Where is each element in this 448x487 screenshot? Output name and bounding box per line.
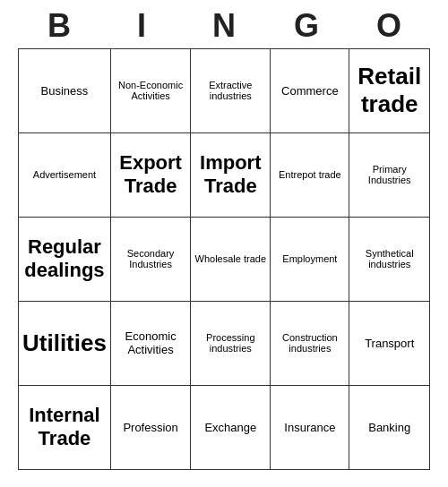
bingo-cell: Employment — [271, 217, 349, 301]
bingo-cell: Exchange — [191, 385, 271, 469]
bingo-cell: Export Trade — [110, 132, 190, 217]
bingo-cell: Banking — [349, 385, 430, 469]
bingo-cell: Primary Industries — [349, 132, 430, 217]
cell-text: Economic Activities — [125, 329, 177, 356]
bingo-cell: Business — [19, 48, 111, 132]
table-row: Internal TradeProfessionExchangeInsuranc… — [19, 385, 430, 469]
bingo-cell: Internal Trade — [19, 385, 111, 469]
bingo-cell: Synthetical industries — [349, 217, 430, 301]
cell-text: Construction industries — [282, 332, 338, 354]
cell-text: Entrepot trade — [279, 169, 341, 180]
cell-text: Secondary Industries — [127, 248, 175, 269]
bingo-cell: Wholesale trade — [191, 217, 271, 301]
bingo-cell: Utilities — [19, 301, 111, 385]
cell-text: Regular dealings — [24, 235, 104, 281]
header-letter: G — [265, 7, 348, 45]
cell-text: Import Trade — [200, 151, 261, 197]
header-letter: I — [100, 7, 183, 45]
bingo-cell: Non-Economic Activities — [110, 48, 190, 132]
bingo-cell: Secondary Industries — [110, 217, 190, 301]
cell-text: Primary Industries — [368, 164, 411, 185]
bingo-cell: Commerce — [271, 48, 349, 132]
header-letter: N — [183, 7, 265, 45]
bingo-cell: Advertisement — [19, 132, 111, 217]
table-row: Regular dealingsSecondary IndustriesWhol… — [19, 217, 430, 301]
bingo-cell: Construction industries — [271, 301, 349, 385]
cell-text: Non-Economic Activities — [118, 80, 183, 101]
bingo-cell: Profession — [110, 385, 190, 469]
cell-text: Employment — [282, 253, 337, 264]
bingo-cell: Transport — [349, 301, 430, 385]
cell-text: Banking — [368, 421, 410, 434]
bingo-cell: Insurance — [271, 385, 349, 469]
bingo-cell: Regular dealings — [19, 217, 111, 301]
cell-text: Transport — [365, 337, 414, 350]
bingo-grid: BusinessNon-Economic ActivitiesExtractiv… — [18, 48, 430, 470]
cell-text: Processing industries — [206, 332, 254, 354]
cell-text: Utilities — [22, 329, 107, 356]
bingo-cell: Import Trade — [191, 132, 271, 217]
table-row: UtilitiesEconomic ActivitiesProcessing i… — [19, 301, 430, 385]
bingo-cell: Processing industries — [191, 301, 271, 385]
bingo-cell: Entrepot trade — [271, 132, 349, 217]
header-letter: B — [18, 7, 100, 45]
cell-text: Synthetical industries — [366, 248, 414, 269]
cell-text: Commerce — [281, 84, 339, 98]
header-letter: O — [348, 7, 430, 45]
bingo-cell: Retail trade — [349, 48, 430, 132]
cell-text: Export Trade — [119, 151, 182, 197]
cell-text: Internal Trade — [29, 404, 99, 449]
cell-text: Business — [41, 84, 89, 98]
bingo-header: BINGO — [18, 7, 430, 45]
cell-text: Profession — [123, 421, 177, 434]
cell-text: Advertisement — [33, 169, 96, 180]
table-row: BusinessNon-Economic ActivitiesExtractiv… — [19, 48, 430, 132]
cell-text: Extractive industries — [209, 80, 252, 101]
table-row: AdvertisementExport TradeImport TradeEnt… — [19, 132, 430, 217]
cell-text: Exchange — [204, 421, 256, 434]
bingo-cell: Economic Activities — [110, 301, 190, 385]
bingo-cell: Extractive industries — [191, 48, 271, 132]
cell-text: Wholesale trade — [195, 253, 267, 264]
cell-text: Retail trade — [358, 63, 421, 117]
cell-text: Insurance — [284, 421, 335, 434]
